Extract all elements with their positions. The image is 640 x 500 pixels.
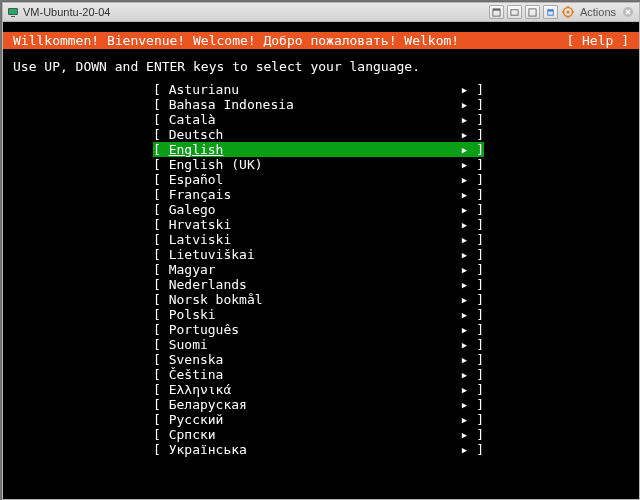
language-label: Hrvatski: [169, 217, 232, 232]
open-bracket: [: [153, 187, 169, 202]
open-bracket: [: [153, 262, 169, 277]
open-bracket: [: [153, 202, 169, 217]
close-icon[interactable]: [621, 5, 635, 19]
language-option[interactable]: [ Português▸ ]: [153, 322, 484, 337]
open-bracket: [: [153, 277, 169, 292]
language-option[interactable]: [ Українська▸ ]: [153, 442, 484, 457]
language-label: Ελληνικά: [169, 382, 232, 397]
chevron-right-icon: ▸: [461, 112, 477, 127]
open-bracket: [: [153, 442, 169, 457]
open-bracket: [: [153, 217, 169, 232]
language-label: Español: [169, 172, 224, 187]
close-bracket: ]: [476, 187, 484, 202]
language-option[interactable]: [ English (UK)▸ ]: [153, 157, 484, 172]
language-option[interactable]: [ Català▸ ]: [153, 112, 484, 127]
language-list[interactable]: [ Asturianu▸ ][ Bahasa Indonesia▸ ][ Cat…: [3, 82, 639, 457]
language-label: Suomi: [169, 337, 208, 352]
chevron-right-icon: ▸: [461, 307, 477, 322]
language-option[interactable]: [ Nederlands▸ ]: [153, 277, 484, 292]
language-option[interactable]: [ Русский▸ ]: [153, 412, 484, 427]
chevron-right-icon: ▸: [461, 367, 477, 382]
chevron-right-icon: ▸: [461, 172, 477, 187]
open-bracket: [: [153, 352, 169, 367]
language-label: Norsk bokmål: [169, 292, 263, 307]
language-option[interactable]: [ Hrvatski▸ ]: [153, 217, 484, 232]
language-option[interactable]: [ Español▸ ]: [153, 172, 484, 187]
svg-rect-8: [548, 9, 553, 11]
language-option[interactable]: [ Bahasa Indonesia▸ ]: [153, 97, 484, 112]
chevron-right-icon: ▸: [461, 337, 477, 352]
welcome-text: Willkommen! Bienvenue! Welcome! Добро по…: [13, 32, 459, 49]
chevron-right-icon: ▸: [461, 427, 477, 442]
close-bracket: ]: [476, 172, 484, 187]
language-label: Svenska: [169, 352, 224, 367]
svg-rect-4: [493, 8, 500, 10]
language-label: Français: [169, 187, 232, 202]
close-bracket: ]: [476, 202, 484, 217]
window-control-3[interactable]: [525, 5, 540, 19]
window-control-1[interactable]: [489, 5, 504, 19]
gear-icon[interactable]: [561, 5, 575, 19]
language-option[interactable]: [ Српски▸ ]: [153, 427, 484, 442]
language-label: Русский: [169, 412, 224, 427]
close-bracket: ]: [476, 157, 484, 172]
chevron-right-icon: ▸: [461, 247, 477, 262]
language-option[interactable]: [ Svenska▸ ]: [153, 352, 484, 367]
open-bracket: [: [153, 157, 169, 172]
chevron-right-icon: ▸: [461, 187, 477, 202]
close-bracket: ]: [476, 277, 484, 292]
language-option[interactable]: [ Ελληνικά▸ ]: [153, 382, 484, 397]
language-option[interactable]: [ Deutsch▸ ]: [153, 127, 484, 142]
chevron-right-icon: ▸: [461, 232, 477, 247]
language-option[interactable]: [ English▸ ]: [153, 142, 484, 157]
close-bracket: ]: [476, 247, 484, 262]
help-button[interactable]: [ Help ]: [566, 32, 629, 49]
chevron-right-icon: ▸: [461, 97, 477, 112]
chevron-right-icon: ▸: [461, 262, 477, 277]
language-label: Deutsch: [169, 127, 224, 142]
open-bracket: [: [153, 307, 169, 322]
vm-window: VM-Ubuntu-20-04 Actions: [2, 2, 640, 500]
language-option[interactable]: [ Suomi▸ ]: [153, 337, 484, 352]
titlebar-controls: Actions: [489, 5, 635, 19]
language-option[interactable]: [ Galego▸ ]: [153, 202, 484, 217]
installer-header: Willkommen! Bienvenue! Welcome! Добро по…: [3, 32, 639, 49]
language-option[interactable]: [ Asturianu▸ ]: [153, 82, 484, 97]
language-option[interactable]: [ Čeština▸ ]: [153, 367, 484, 382]
open-bracket: [: [153, 337, 169, 352]
language-option[interactable]: [ Polski▸ ]: [153, 307, 484, 322]
language-label: Magyar: [169, 262, 216, 277]
open-bracket: [: [153, 382, 169, 397]
language-option[interactable]: [ Беларуская▸ ]: [153, 397, 484, 412]
language-option[interactable]: [ Magyar▸ ]: [153, 262, 484, 277]
chevron-right-icon: ▸: [461, 397, 477, 412]
chevron-right-icon: ▸: [461, 352, 477, 367]
svg-point-10: [566, 11, 569, 14]
chevron-right-icon: ▸: [461, 292, 477, 307]
window-title: VM-Ubuntu-20-04: [23, 6, 110, 18]
close-bracket: ]: [476, 82, 484, 97]
language-option[interactable]: [ Lietuviškai▸ ]: [153, 247, 484, 262]
language-label: Čeština: [169, 367, 224, 382]
actions-dropdown-label[interactable]: Actions: [580, 6, 616, 18]
open-bracket: [: [153, 367, 169, 382]
chevron-right-icon: ▸: [461, 277, 477, 292]
svg-rect-6: [529, 8, 536, 15]
chevron-right-icon: ▸: [461, 217, 477, 232]
language-option[interactable]: [ Français▸ ]: [153, 187, 484, 202]
open-bracket: [: [153, 172, 169, 187]
language-label: Galego: [169, 202, 216, 217]
open-bracket: [: [153, 97, 169, 112]
close-bracket: ]: [476, 307, 484, 322]
window-control-2[interactable]: [507, 5, 522, 19]
open-bracket: [: [153, 232, 169, 247]
chevron-right-icon: ▸: [461, 127, 477, 142]
svg-rect-2: [11, 16, 15, 17]
window-control-4[interactable]: [543, 5, 558, 19]
open-bracket: [: [153, 247, 169, 262]
language-option[interactable]: [ Norsk bokmål▸ ]: [153, 292, 484, 307]
chevron-right-icon: ▸: [461, 412, 477, 427]
language-option[interactable]: [ Latviski▸ ]: [153, 232, 484, 247]
language-label: Polski: [169, 307, 216, 322]
open-bracket: [: [153, 412, 169, 427]
